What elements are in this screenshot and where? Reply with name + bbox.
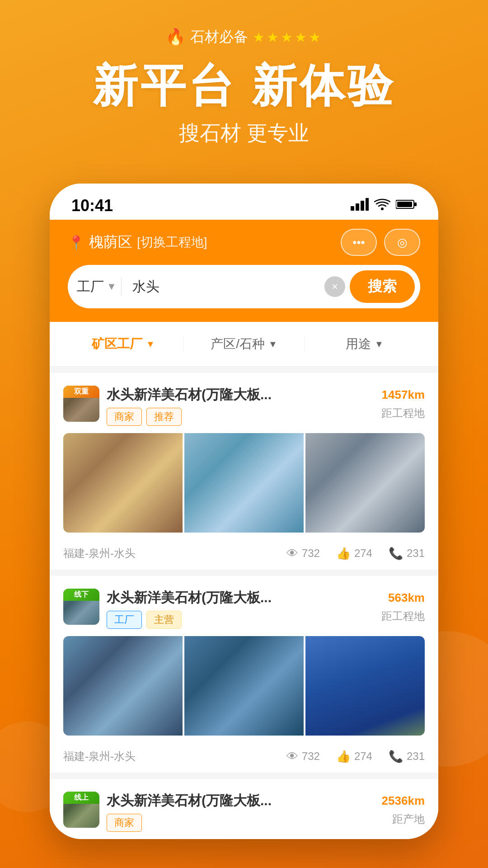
card-avatar-2: 线下 [63,589,99,625]
card-header-1: 双重 水头新洋美石材(万隆大板... 商家 推荐 1457km 距工程地 [63,386,425,426]
app-header: 📍 槐荫区 [切换工程地] ••• ◎ 工厂 ▼ [50,220,438,322]
stars: ★★★★★ [253,29,323,45]
svg-rect-7 [397,202,412,207]
hero-title: 新平台 新体验 [0,61,488,110]
scan-button[interactable]: ◎ [384,229,420,256]
card-distance-2: 563km 距工程地 [381,589,425,625]
like-icon-2: 👍 [336,750,351,764]
filter-tab-usage[interactable]: 用途 ▼ [305,331,425,357]
search-button[interactable]: 搜索 [350,270,415,303]
card-stats-2: 福建-泉州-水头 👁 732 👍 274 📞 231 [63,743,425,764]
card-header-left-3: 线上 水头新洋美石材(万隆大板... 商家 [63,792,272,832]
filter-usage-label: 用途 [346,335,371,353]
card-title-2: 水头新洋美石材(万隆大板... [107,589,272,606]
gallery-img-2-1 [63,636,183,736]
metric-likes-1: 👍 274 [336,547,372,561]
distance-label-1: 距工程地 [381,407,425,419]
metric-views-1: 👁 732 [286,547,320,561]
filter-usage-arrow-icon: ▼ [375,339,384,349]
clear-icon: × [332,280,338,293]
svg-rect-0 [351,206,354,211]
card-distance-1: 1457km 距工程地 [381,386,425,422]
card-info-1: 水头新洋美石材(万隆大板... 商家 推荐 [107,386,272,426]
distance-label-2: 距工程地 [381,610,425,622]
search-type-selector[interactable]: 工厂 ▼ [77,278,122,296]
content-area: 矿区工厂 ▼ 产区/石种 ▼ 用途 ▼ [50,322,438,832]
card-tags-1: 商家 推荐 [107,408,272,426]
svg-point-4 [381,208,384,210]
filter-region-arrow-icon: ▼ [268,339,277,349]
card-info-3: 水头新洋美石材(万隆大板... 商家 [107,792,272,832]
status-time: 10:41 [71,196,113,215]
result-card-1[interactable]: 双重 水头新洋美石材(万隆大板... 商家 推荐 1457km 距工程地 [50,373,438,570]
views-count-1: 732 [302,547,320,560]
result-card-2[interactable]: 线下 水头新洋美石材(万隆大板... 工厂 主营 563km 距工程地 [50,576,438,773]
avatar-badge-2: 线下 [63,589,99,601]
card-tags-3: 商家 [107,814,272,832]
like-icon-1: 👍 [336,547,351,561]
hero-subtitle: 搜石材 更专业 [0,119,488,147]
status-bar: 10:41 [50,184,438,220]
card-header-2: 线下 水头新洋美石材(万隆大板... 工厂 主营 563km 距工程地 [63,589,425,629]
likes-count-1: 274 [354,547,372,560]
tag-factory-2: 工厂 [107,611,142,629]
distance-km-2: 563km [381,589,425,608]
gallery-img-1-1 [63,433,183,533]
card-tags-2: 工厂 主营 [107,611,272,629]
badge-row: 🔥 石材必备 ★★★★★ [165,27,323,47]
status-icons [351,198,417,214]
tag-merchant-3: 商家 [107,814,142,832]
card-header-3: 线上 水头新洋美石材(万隆大板... 商家 2536km 距产地 [63,792,425,832]
card-metrics-1: 👁 732 👍 274 📞 231 [286,547,425,561]
metric-likes-2: 👍 274 [336,750,372,764]
filter-tab-mining[interactable]: 矿区工厂 ▼ [63,331,183,357]
views-count-2: 732 [302,750,320,763]
search-bar: 工厂 ▼ 水头 × 搜索 [68,265,420,308]
card-gallery-2 [63,636,425,736]
metric-views-2: 👁 732 [286,750,320,764]
metric-calls-1: 📞 231 [389,547,425,561]
card-title-3: 水头新洋美石材(万隆大板... [107,792,272,809]
fire-icon: 🔥 [165,28,186,47]
card-header-left-2: 线下 水头新洋美石材(万隆大板... 工厂 主营 [63,589,272,629]
calls-count-1: 231 [407,547,425,560]
card-info-2: 水头新洋美石材(万隆大板... 工厂 主营 [107,589,272,629]
distance-km-3: 2536km [382,792,425,811]
phone-icon-2: 📞 [389,750,403,764]
location-left[interactable]: 📍 槐荫区 [切换工程地] [68,232,207,252]
svg-rect-1 [356,203,359,211]
search-clear-button[interactable]: × [324,276,345,297]
signal-icon [351,198,369,214]
tag-main-2: 主营 [146,611,182,629]
badge-text: 石材必备 [190,27,248,47]
header-actions: ••• ◎ [341,229,420,256]
svg-rect-3 [366,198,369,211]
search-input[interactable]: 水头 [126,278,320,296]
card-avatar-3: 线上 [63,792,99,828]
card-location-2: 福建-泉州-水头 [63,749,136,764]
result-card-3[interactable]: 线上 水头新洋美石材(万隆大板... 商家 2536km 距产地 [50,779,438,832]
gallery-img-1-2 [184,433,304,533]
distance-label-3: 距产地 [392,813,425,825]
card-distance-3: 2536km 距产地 [382,792,425,828]
gallery-img-1-3 [305,433,425,533]
gallery-img-2-2 [184,636,304,736]
more-button[interactable]: ••• [341,229,377,256]
promo-section: 🔥 石材必备 ★★★★★ 新平台 新体验 搜石材 更专业 [0,0,488,156]
likes-count-2: 274 [354,750,372,763]
filter-tab-region[interactable]: 产区/石种 ▼ [184,331,304,357]
svg-rect-2 [361,201,364,211]
wifi-icon [374,198,390,214]
card-metrics-2: 👁 732 👍 274 📞 231 [286,750,425,764]
card-stats-1: 福建-泉州-水头 👁 732 👍 274 📞 231 [63,540,425,561]
filter-region-label: 产区/石种 [211,335,265,353]
card-header-left-1: 双重 水头新洋美石材(万隆大板... 商家 推荐 [63,386,272,426]
card-gallery-1 [63,433,425,533]
search-type-arrow-icon: ▼ [107,281,117,292]
avatar-badge-3: 线上 [63,792,99,804]
location-switch[interactable]: [切换工程地] [137,234,207,251]
eye-icon-1: 👁 [286,547,298,561]
calls-count-2: 231 [407,750,425,763]
tag-merchant-1: 商家 [107,408,142,426]
battery-icon [396,198,417,213]
